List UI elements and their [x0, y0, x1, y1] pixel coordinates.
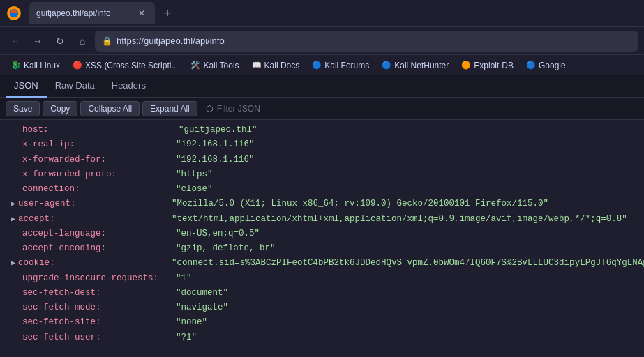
bookmark-kali-linux[interactable]: 🐉 Kali Linux: [6, 59, 66, 72]
reload-button[interactable]: ↻: [50, 31, 70, 51]
json-value-connection: "close": [176, 182, 213, 197]
json-row-sec-fetch-site: sec-fetch-site: "none": [0, 315, 644, 330]
kali-linux-icon: 🐉: [11, 61, 21, 70]
filter-bar: ⬡ Filter JSON: [206, 104, 260, 114]
json-value-sec-fetch-site: "none": [176, 315, 207, 330]
expand-arrow-accept[interactable]: ▶: [11, 213, 15, 225]
nav-bar: ← → ↻ ⌂ 🔒 https://guitjapeo.thl/api/info: [0, 26, 644, 54]
json-value-accept-encoding: "gzip, deflate, br": [176, 241, 276, 256]
json-key-x-forwarded-for: x-forwarded-for:: [22, 153, 176, 167]
json-row-connection: connection: "close": [0, 182, 644, 197]
json-row-x-forwarded-proto: x-forwarded-proto: "https": [0, 167, 644, 182]
json-row-upgrade-insecure: upgrade-insecure-requests: "1": [0, 271, 644, 286]
devtools-toolbar: Save Copy Collapse All Expand All ⬡ Filt…: [0, 98, 644, 120]
kali-nethunter-icon: 🔵: [382, 61, 391, 70]
json-row-x-real-ip: x-real-ip: "192.168.1.116": [0, 137, 644, 152]
forward-button[interactable]: →: [28, 31, 47, 51]
json-key-x-real-ip: x-real-ip:: [22, 137, 176, 152]
json-row-host: host: "guitjapeo.thl": [0, 123, 644, 137]
json-row-accept-language: accept-language: "en-US,en;q=0.5": [0, 227, 644, 241]
json-value-sec-fetch-user: "?1": [176, 331, 197, 345]
copy-button[interactable]: Copy: [43, 101, 77, 116]
json-row-accept: ▶ accept: "text/html,application/xhtml+x…: [0, 212, 644, 227]
expand-arrow-cookie[interactable]: ▶: [11, 257, 15, 269]
expand-arrow-user-agent[interactable]: ▶: [11, 198, 15, 210]
collapse-all-button[interactable]: Collapse All: [80, 101, 140, 116]
bookmarks-bar: 🐉 Kali Linux 🔴 XSS (Cross Site Scripti..…: [0, 54, 644, 75]
json-value-x-real-ip: "192.168.1.116": [176, 137, 255, 152]
json-key-connection: connection:: [22, 182, 176, 197]
json-value-x-forwarded-proto: "https": [176, 167, 213, 182]
json-key-cookie: cookie:: [18, 256, 172, 271]
json-row-sec-fetch-dest: sec-fetch-dest: "document": [0, 286, 644, 301]
json-key-upgrade-insecure: upgrade-insecure-requests:: [22, 271, 176, 286]
bookmark-label: Exploit-DB: [474, 61, 514, 70]
kali-tools-icon: 🛠️: [190, 61, 200, 70]
json-value-accept-language: "en-US,en;q=0.5": [176, 227, 260, 241]
save-button[interactable]: Save: [6, 101, 40, 116]
home-button[interactable]: ⌂: [73, 31, 92, 51]
json-key-user-agent: user-agent:: [18, 197, 172, 211]
tab-json[interactable]: JSON: [6, 75, 47, 98]
json-value-sec-fetch-mode: "navigate": [176, 301, 228, 315]
json-key-sec-fetch-site: sec-fetch-site:: [22, 315, 176, 330]
devtools-panel: JSON Raw Data Headers Save Copy Collapse…: [0, 75, 644, 357]
bookmark-label: Kali Docs: [264, 61, 300, 70]
tab-headers[interactable]: Headers: [103, 75, 154, 98]
json-value-x-forwarded-for: "192.168.1.116": [176, 153, 255, 167]
firefox-logo: [6, 5, 22, 22]
json-key-host: host:: [22, 123, 176, 137]
json-value-accept: "text/html,application/xhtml+xml,applica…: [172, 212, 627, 227]
bookmark-exploit-db[interactable]: 🟠 Exploit-DB: [456, 59, 519, 72]
json-value-upgrade-insecure: "1": [176, 271, 192, 286]
bookmark-label: Kali Forums: [324, 61, 369, 70]
json-row-sec-fetch-user: sec-fetch-user: "?1": [0, 331, 644, 345]
json-row-sec-fetch-mode: sec-fetch-mode: "navigate": [0, 301, 644, 315]
browser-chrome: guitjapeo.thl/api/info ✕ + ← → ↻ ⌂ 🔒 htt…: [0, 0, 644, 75]
back-button[interactable]: ←: [6, 31, 25, 51]
bookmark-kali-nethunter[interactable]: 🔵 Kali NetHunter: [376, 59, 454, 72]
json-value-host: "guitjapeo.thl": [179, 123, 257, 137]
new-tab-button[interactable]: +: [158, 3, 177, 23]
json-key-accept: accept:: [18, 212, 172, 227]
bookmark-xss[interactable]: 🔴 XSS (Cross Site Scripti...: [67, 59, 184, 72]
kali-docs-icon: 📖: [252, 61, 262, 70]
json-key-accept-encoding: accept-encoding:: [22, 241, 176, 256]
google-icon: 🔵: [526, 61, 536, 70]
bookmark-kali-tools[interactable]: 🛠️ Kali Tools: [185, 59, 244, 72]
bookmark-label: XSS (Cross Site Scripti...: [85, 61, 178, 70]
filter-placeholder: Filter JSON: [217, 104, 260, 114]
tab-title: guitjapeo.thl/api/info: [36, 8, 131, 18]
json-content[interactable]: host: "guitjapeo.thl" x-real-ip: "192.16…: [0, 120, 644, 357]
expand-all-button[interactable]: Expand All: [142, 101, 197, 116]
json-key-sec-fetch-user: sec-fetch-user:: [22, 331, 176, 345]
json-value-user-agent: "Mozilla/5.0 (X11; Linux x86_64; rv:109.…: [172, 197, 548, 211]
json-row-user-agent: ▶ user-agent: "Mozilla/5.0 (X11; Linux x…: [0, 197, 644, 211]
json-key-sec-fetch-mode: sec-fetch-mode:: [22, 301, 176, 315]
json-row-accept-encoding: accept-encoding: "gzip, deflate, br": [0, 241, 644, 256]
json-value-cookie: "connect.sid=s%3ABCzPIFeotC4bPB2tk6JDDed…: [172, 256, 644, 271]
kali-forums-icon: 🔵: [312, 61, 322, 70]
json-key-x-forwarded-proto: x-forwarded-proto:: [22, 167, 176, 182]
json-key-sec-fetch-dest: sec-fetch-dest:: [22, 286, 176, 301]
bookmark-kali-docs[interactable]: 📖 Kali Docs: [246, 59, 306, 72]
lock-icon: 🔒: [102, 36, 112, 46]
filter-icon: ⬡: [206, 104, 213, 114]
url-bar[interactable]: 🔒 https://guitjapeo.thl/api/info: [95, 31, 638, 52]
bookmark-label: Kali NetHunter: [394, 61, 449, 70]
exploit-db-icon: 🟠: [461, 61, 471, 70]
bookmark-label: Kali Tools: [203, 61, 239, 70]
bookmark-label: Google: [539, 61, 566, 70]
tab-bar: guitjapeo.thl/api/info ✕ +: [0, 0, 644, 26]
url-text: https://guitjapeo.thl/api/info: [117, 36, 631, 46]
tab-raw-data[interactable]: Raw Data: [47, 75, 103, 98]
bookmark-google[interactable]: 🔵 Google: [521, 59, 571, 72]
json-value-sec-fetch-dest: "document": [176, 286, 228, 301]
bookmark-label: Kali Linux: [24, 61, 60, 70]
bookmark-kali-forums[interactable]: 🔵 Kali Forums: [306, 59, 375, 72]
json-key-accept-language: accept-language:: [22, 227, 176, 241]
tab-close-button[interactable]: ✕: [135, 7, 148, 20]
active-tab[interactable]: guitjapeo.thl/api/info ✕: [29, 2, 155, 24]
json-row-x-forwarded-for: x-forwarded-for: "192.168.1.116": [0, 153, 644, 167]
json-row-cookie: ▶ cookie: "connect.sid=s%3ABCzPIFeotC4bP…: [0, 256, 644, 271]
